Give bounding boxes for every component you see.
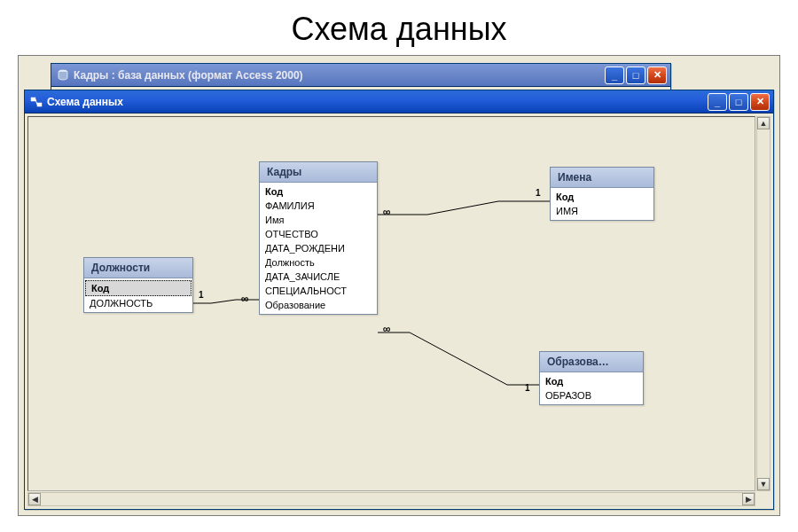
schema-window-title: Схема данных bbox=[47, 96, 703, 108]
table-dolzhnosti-header[interactable]: Должности bbox=[84, 258, 192, 278]
scroll-right-button[interactable]: ▶ bbox=[742, 493, 755, 505]
table-kadry-field-2[interactable]: Имя bbox=[260, 213, 377, 227]
scroll-left-button[interactable]: ◀ bbox=[28, 493, 41, 505]
rel2-one-label: 1 bbox=[536, 188, 541, 198]
schema-window-titlebar[interactable]: Схема данных _ □ ✕ bbox=[25, 90, 773, 113]
schema-minimize-button[interactable]: _ bbox=[708, 93, 727, 111]
db-minimize-button[interactable]: _ bbox=[605, 66, 624, 84]
db-window-titlebar[interactable]: Кадры : база данных (формат Access 2000)… bbox=[51, 64, 670, 87]
table-kadry-field-6[interactable]: ДАТА_ЗАЧИСЛЕ bbox=[260, 270, 377, 284]
table-kadry-field-3[interactable]: ОТЧЕСТВО bbox=[260, 227, 377, 241]
table-kadry-field-7[interactable]: СПЕЦИАЛЬНОСТ bbox=[260, 284, 377, 298]
table-kadry-field-4[interactable]: ДАТА_РОЖДЕНИ bbox=[260, 241, 377, 255]
table-obrazovanie-field-1[interactable]: ОБРАЗОВ bbox=[540, 388, 643, 403]
scroll-up-button[interactable]: ▲ bbox=[757, 117, 770, 129]
table-imena[interactable]: Имена Код ИМЯ bbox=[550, 167, 654, 221]
relationship-icon bbox=[30, 96, 43, 108]
schema-window-controls: _ □ ✕ bbox=[708, 93, 770, 111]
table-kadry-field-5[interactable]: Должность bbox=[260, 255, 377, 270]
rel3-many-label: ∞ bbox=[383, 323, 391, 335]
table-imena-field-1[interactable]: ИМЯ bbox=[551, 204, 653, 218]
table-kadry-header[interactable]: Кадры bbox=[260, 162, 377, 183]
schema-canvas[interactable]: 1 ∞ ∞ 1 ∞ 1 Кадры Код ФАМИЛИЯ Имя ОТЧЕСТ… bbox=[27, 116, 755, 491]
rel1-many-label: ∞ bbox=[241, 293, 249, 305]
scroll-down-button[interactable]: ▼ bbox=[757, 478, 770, 490]
table-obrazovanie-fields: Код ОБРАЗОВ bbox=[540, 372, 643, 404]
page-heading: Схема данных bbox=[0, 0, 798, 55]
table-dolzhnosti-fields: Код ДОЛЖНОСТЬ bbox=[84, 278, 192, 312]
schema-window[interactable]: Схема данных _ □ ✕ 1 ∞ ∞ bbox=[24, 90, 774, 510]
table-kadry[interactable]: Кадры Код ФАМИЛИЯ Имя ОТЧЕСТВО ДАТА_РОЖД… bbox=[259, 161, 378, 315]
schema-close-button[interactable]: ✕ bbox=[750, 93, 770, 111]
svg-rect-2 bbox=[37, 103, 42, 106]
schema-maximize-button[interactable]: □ bbox=[729, 93, 748, 111]
svg-rect-1 bbox=[31, 98, 35, 101]
rel3-one-label: 1 bbox=[525, 383, 530, 393]
rel2-many-label: ∞ bbox=[383, 206, 391, 218]
table-imena-field-0[interactable]: Код bbox=[551, 190, 653, 204]
table-imena-fields: Код ИМЯ bbox=[551, 188, 653, 220]
table-dolzhnosti[interactable]: Должности Код ДОЛЖНОСТЬ bbox=[83, 257, 193, 313]
workspace: Кадры : база данных (формат Access 2000)… bbox=[18, 55, 780, 516]
table-obrazovanie-field-0[interactable]: Код bbox=[540, 374, 643, 388]
table-kadry-field-1[interactable]: ФАМИЛИЯ bbox=[260, 199, 377, 213]
table-kadry-field-8[interactable]: Образование bbox=[260, 298, 377, 312]
db-window-controls: _ □ ✕ bbox=[605, 66, 667, 84]
table-obrazovanie[interactable]: Образова… Код ОБРАЗОВ bbox=[539, 351, 644, 405]
db-close-button[interactable]: ✕ bbox=[647, 66, 667, 84]
table-dolzhnosti-field-0[interactable]: Код bbox=[85, 280, 192, 296]
db-maximize-button[interactable]: □ bbox=[626, 66, 645, 84]
table-dolzhnosti-field-1[interactable]: ДОЛЖНОСТЬ bbox=[84, 296, 192, 310]
rel1-one-label: 1 bbox=[199, 290, 204, 300]
table-obrazovanie-header[interactable]: Образова… bbox=[540, 352, 643, 372]
database-icon bbox=[57, 69, 69, 82]
schema-window-body: 1 ∞ ∞ 1 ∞ 1 Кадры Код ФАМИЛИЯ Имя ОТЧЕСТ… bbox=[25, 113, 773, 509]
table-kadry-field-0[interactable]: Код bbox=[260, 184, 377, 199]
svg-line-3 bbox=[35, 99, 37, 105]
table-kadry-fields: Код ФАМИЛИЯ Имя ОТЧЕСТВО ДАТА_РОЖДЕНИ До… bbox=[260, 183, 377, 314]
vertical-scrollbar[interactable]: ▲ ▼ bbox=[756, 116, 771, 491]
db-window-title: Кадры : база данных (формат Access 2000) bbox=[74, 69, 600, 82]
table-imena-header[interactable]: Имена bbox=[551, 168, 653, 188]
horizontal-scrollbar[interactable]: ◀ ▶ bbox=[27, 492, 755, 506]
